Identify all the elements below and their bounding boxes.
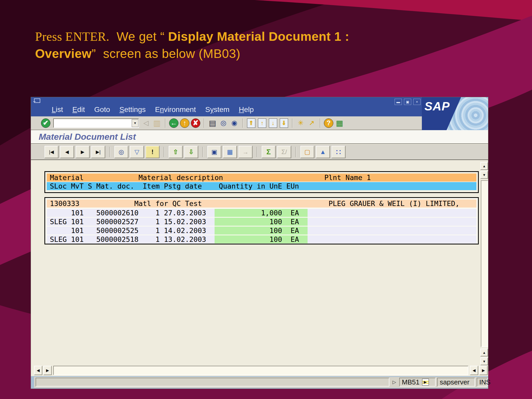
previous-page-icon[interactable]: ↑ [258,118,266,128]
sort-descending-button[interactable]: ⇩ [184,146,198,158]
apptoolbar-separator [164,147,164,157]
subtotal-button[interactable]: Σ/ [277,146,291,158]
toolbar-separator [292,118,293,128]
toolbar-separator [242,118,243,128]
previous-record-button[interactable]: ◀ [60,146,74,158]
status-server-field: sapserver [437,378,475,387]
help-icon[interactable]: ? [324,118,333,128]
status-message-field [36,378,389,387]
table-row[interactable]: SLEG 101 5000002527 1 15.02.2003 100 EA [47,218,476,226]
vertical-scroll-track[interactable] [481,180,488,347]
enter-icon[interactable]: ✔ [41,118,50,128]
context-menu-icon[interactable]: ▶ [422,379,429,385]
scroll-right-icon[interactable]: ▶ [479,366,488,375]
scroll-left-icon[interactable]: ◀ [34,366,42,375]
first-page-icon[interactable]: ⇑ [247,118,255,128]
next-record-button[interactable]: ▶ [76,146,90,158]
table-data-box: 1300333 Matl for QC Test PLEG GRAUER & W… [44,197,479,244]
menu-items: List Edit Goto Settings Environment Syst… [52,105,254,114]
scroll-up-icon[interactable]: ▲ [480,349,488,356]
toolbar-separator [320,118,321,128]
ripple-image [447,97,488,130]
scroll-left-icon[interactable]: ◀ [470,366,478,375]
layout-button[interactable]: ▢ [300,146,314,158]
menu-bar: List Edit Goto Settings Environment Syst… [31,97,488,116]
application-toolbar: |◀ ◀ ▶ ▶| ◎ ▽ ! ⇧ ⇩ ▣ ▦ → Σ Σ/ ▢ ▲ ∷ [31,144,488,160]
status-insert-mode-field[interactable]: INS [477,378,488,387]
minimize-button[interactable]: ▬ [395,99,402,105]
back-icon[interactable]: ← [169,118,178,128]
menu-item-goto[interactable]: Goto [94,105,110,114]
menu-item-environment[interactable]: Environment [155,105,196,114]
cancel-icon[interactable]: ✘ [191,118,200,128]
find-next-icon[interactable]: ◉ [229,118,240,128]
sort-ascending-button[interactable]: ⇧ [169,146,183,158]
last-page-icon[interactable]: ⇓ [280,118,288,128]
next-page-icon[interactable]: ↓ [269,118,277,128]
scroll-down-icon[interactable]: ▼ [480,171,488,179]
scroll-up-icon[interactable]: ▲ [480,162,488,170]
table-row[interactable]: SLEG 101 5000002518 1 13.02.2003 100 EA [47,235,476,243]
status-expand-icon[interactable]: ▷ [391,378,398,386]
save-icon[interactable]: ▥ [151,118,162,128]
sum-button[interactable]: Σ [262,146,276,158]
slide-title-regular2: ” screen as below (MB03) [91,47,240,61]
menu-item-system[interactable]: System [205,105,229,114]
status-transaction-field[interactable]: MB51▶ [399,378,436,387]
status-panel: ▷ MB51▶ sapserver INS [34,377,488,388]
command-field[interactable] [53,118,139,128]
table-header-box: Material Material description Plnt Name … [44,171,479,193]
column-layout-button[interactable]: ▦ [223,146,237,158]
create-shortcut-icon[interactable]: ↗ [306,118,317,128]
slide-title-regular1: We get “ [109,30,168,43]
export-button[interactable]: → [238,146,252,158]
horizontal-scroll-track[interactable] [53,366,468,375]
print-icon[interactable]: ▤ [207,118,218,128]
exit-icon[interactable]: ↑ [180,118,189,128]
collapse-command-icon[interactable]: ◁ [141,118,151,128]
slide-title-line2: Overview” screen as below (MB03) [35,45,373,62]
scroll-down-icon[interactable]: ▼ [480,357,488,365]
graphic-button[interactable]: ▲ [316,146,330,158]
detail-button[interactable]: ◎ [114,146,128,158]
material-group-row[interactable]: 1300333 Matl for QC Test PLEG GRAUER & W… [47,200,476,208]
new-session-icon[interactable]: ✳ [295,118,306,128]
window-icon [34,98,40,103]
slide-title-bold2: Overview [35,47,91,61]
first-record-button[interactable]: |◀ [44,146,58,158]
command-dropdown-icon[interactable]: ▼ [132,119,138,127]
standard-toolbar: ✔ ▼ ◁ ▥ ← ↑ ✘ ▤ ◎ ◉ ⇑ ↑ ↓ ⇓ ✳ ↗ ? ▦ [31,116,422,130]
close-button[interactable]: × [413,99,421,105]
menu-item-edit[interactable]: Edit [72,105,85,114]
status-bar: ▷ MB51▶ sapserver INS [31,376,488,389]
important-button[interactable]: ! [145,146,159,158]
sap-window: List Edit Goto Settings Environment Syst… [31,97,488,389]
abc-analysis-button[interactable]: ∷ [331,146,345,158]
menu-item-help[interactable]: Help [239,105,254,114]
slide-title-serif: Press ENTER. [35,30,109,43]
last-record-button[interactable]: ▶| [91,146,105,158]
find-icon[interactable]: ◎ [218,118,229,128]
vertical-scrollbar[interactable]: ▲ ▼ ▲ ▼ [480,162,488,365]
menu-item-settings[interactable]: Settings [119,105,146,114]
slide-title-line1: Press ENTER. We get “ Display Material D… [35,28,373,45]
menu-item-list[interactable]: List [52,105,63,114]
apptoolbar-separator [295,147,296,157]
apptoolbar-separator [257,147,257,157]
table-header-row-2: SLoc MvT S Mat. doc. Item Pstg date Quan… [47,182,476,190]
scroll-right-icon[interactable]: ▶ [43,366,52,375]
filter-button[interactable]: ▽ [130,146,144,158]
toolbar-separator [204,118,204,128]
sap-logo: SAP [424,99,450,113]
screen-title: Material Document List [31,130,488,144]
choose-detail-button[interactable]: ▣ [207,146,221,158]
table-row[interactable]: 101 5000002525 1 14.02.2003 100 EA [47,227,476,235]
table-header-row-1: Material Material description Plnt Name … [47,174,476,182]
table-row[interactable]: 101 5000002610 1 27.03.2003 1,000 EA [47,209,476,217]
horizontal-scrollbar[interactable]: ◀ ▶ ◀ ▶ [31,365,488,376]
sap-logo-panel: SAP [422,97,488,130]
toolbar-separator [165,118,166,128]
restore-button[interactable]: ▣ [404,99,411,105]
customize-icon[interactable]: ▦ [334,118,345,128]
slide-title: Press ENTER. We get “ Display Material D… [35,28,373,62]
